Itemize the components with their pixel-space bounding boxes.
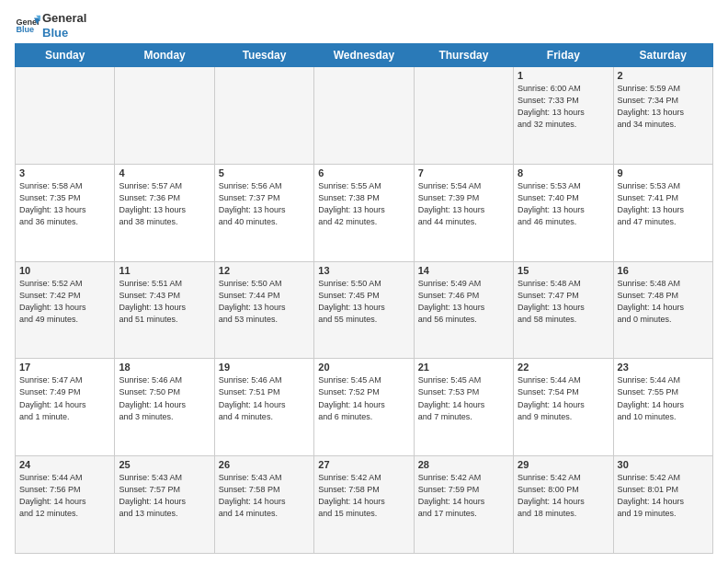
calendar-cell: 2Sunrise: 5:59 AM Sunset: 7:34 PM Daylig… bbox=[613, 67, 712, 165]
day-info-text: Sunrise: 5:48 AM Sunset: 7:47 PM Dayligh… bbox=[518, 278, 609, 326]
calendar-cell: 17Sunrise: 5:47 AM Sunset: 7:49 PM Dayli… bbox=[16, 359, 115, 456]
day-info-text: Sunrise: 5:56 AM Sunset: 7:37 PM Dayligh… bbox=[219, 180, 310, 228]
day-info-text: Sunrise: 5:48 AM Sunset: 7:48 PM Dayligh… bbox=[618, 278, 709, 326]
calendar-cell: 20Sunrise: 5:45 AM Sunset: 7:52 PM Dayli… bbox=[314, 359, 414, 456]
day-number: 9 bbox=[618, 167, 709, 178]
day-info-text: Sunrise: 5:58 AM Sunset: 7:35 PM Dayligh… bbox=[19, 180, 110, 228]
page: General Blue General Blue SundayMondayTu… bbox=[0, 0, 728, 563]
day-info-text: Sunrise: 5:43 AM Sunset: 7:57 PM Dayligh… bbox=[119, 472, 210, 520]
day-info-text: Sunrise: 5:57 AM Sunset: 7:36 PM Dayligh… bbox=[119, 180, 210, 228]
day-info-text: Sunrise: 5:46 AM Sunset: 7:50 PM Dayligh… bbox=[119, 374, 210, 422]
day-info-text: Sunrise: 5:47 AM Sunset: 7:49 PM Dayligh… bbox=[19, 374, 110, 422]
day-number: 1 bbox=[518, 70, 609, 81]
calendar-cell: 19Sunrise: 5:46 AM Sunset: 7:51 PM Dayli… bbox=[214, 359, 313, 456]
day-number: 15 bbox=[518, 265, 609, 276]
day-info-text: Sunrise: 5:50 AM Sunset: 7:45 PM Dayligh… bbox=[318, 278, 409, 326]
calendar-cell: 10Sunrise: 5:52 AM Sunset: 7:42 PM Dayli… bbox=[16, 261, 115, 359]
day-info-text: Sunrise: 5:59 AM Sunset: 7:34 PM Dayligh… bbox=[618, 83, 709, 131]
calendar-week-row: 24Sunrise: 5:44 AM Sunset: 7:56 PM Dayli… bbox=[16, 456, 713, 554]
calendar-cell: 30Sunrise: 5:42 AM Sunset: 8:01 PM Dayli… bbox=[613, 456, 712, 554]
day-number: 22 bbox=[518, 362, 609, 373]
day-number: 7 bbox=[418, 167, 509, 178]
day-info-text: Sunrise: 5:45 AM Sunset: 7:52 PM Dayligh… bbox=[318, 374, 409, 422]
calendar-week-row: 17Sunrise: 5:47 AM Sunset: 7:49 PM Dayli… bbox=[16, 359, 713, 456]
day-number: 11 bbox=[119, 265, 210, 276]
calendar-cell: 6Sunrise: 5:55 AM Sunset: 7:38 PM Daylig… bbox=[314, 164, 414, 261]
day-header-friday: Friday bbox=[514, 44, 613, 67]
day-header-tuesday: Tuesday bbox=[214, 44, 313, 67]
day-number: 2 bbox=[618, 70, 709, 81]
calendar-cell: 7Sunrise: 5:54 AM Sunset: 7:39 PM Daylig… bbox=[414, 164, 513, 261]
logo-icon: General Blue bbox=[15, 13, 40, 39]
day-info-text: Sunrise: 5:44 AM Sunset: 7:54 PM Dayligh… bbox=[518, 374, 609, 422]
calendar-cell: 26Sunrise: 5:43 AM Sunset: 7:58 PM Dayli… bbox=[214, 456, 313, 554]
day-number: 14 bbox=[418, 265, 509, 276]
day-number: 6 bbox=[318, 167, 409, 178]
calendar-cell bbox=[214, 67, 313, 165]
day-header-saturday: Saturday bbox=[613, 44, 712, 67]
day-number: 24 bbox=[19, 459, 110, 470]
day-number: 10 bbox=[19, 265, 110, 276]
calendar-cell: 23Sunrise: 5:44 AM Sunset: 7:55 PM Dayli… bbox=[613, 359, 712, 456]
day-info-text: Sunrise: 5:53 AM Sunset: 7:40 PM Dayligh… bbox=[518, 180, 609, 228]
calendar-week-row: 10Sunrise: 5:52 AM Sunset: 7:42 PM Dayli… bbox=[16, 261, 713, 359]
calendar-cell: 27Sunrise: 5:42 AM Sunset: 7:58 PM Dayli… bbox=[314, 456, 414, 554]
day-number: 12 bbox=[219, 265, 310, 276]
day-number: 5 bbox=[219, 167, 310, 178]
logo: General Blue General Blue bbox=[15, 11, 86, 40]
day-number: 18 bbox=[119, 362, 210, 373]
day-number: 17 bbox=[19, 362, 110, 373]
calendar-cell bbox=[115, 67, 214, 165]
day-header-sunday: Sunday bbox=[16, 44, 115, 67]
calendar-cell: 22Sunrise: 5:44 AM Sunset: 7:54 PM Dayli… bbox=[514, 359, 613, 456]
calendar-cell: 8Sunrise: 5:53 AM Sunset: 7:40 PM Daylig… bbox=[514, 164, 613, 261]
logo-text-general: General bbox=[42, 11, 86, 26]
calendar-cell: 4Sunrise: 5:57 AM Sunset: 7:36 PM Daylig… bbox=[115, 164, 214, 261]
calendar-header-row: SundayMondayTuesdayWednesdayThursdayFrid… bbox=[16, 44, 713, 67]
day-number: 20 bbox=[318, 362, 409, 373]
day-info-text: Sunrise: 5:42 AM Sunset: 8:00 PM Dayligh… bbox=[518, 472, 609, 520]
day-info-text: Sunrise: 5:45 AM Sunset: 7:53 PM Dayligh… bbox=[418, 374, 509, 422]
calendar-week-row: 3Sunrise: 5:58 AM Sunset: 7:35 PM Daylig… bbox=[16, 164, 713, 261]
day-header-wednesday: Wednesday bbox=[314, 44, 414, 67]
day-number: 25 bbox=[119, 459, 210, 470]
calendar-cell: 24Sunrise: 5:44 AM Sunset: 7:56 PM Dayli… bbox=[16, 456, 115, 554]
calendar-cell: 28Sunrise: 5:42 AM Sunset: 7:59 PM Dayli… bbox=[414, 456, 513, 554]
day-number: 27 bbox=[318, 459, 409, 470]
day-info-text: Sunrise: 5:46 AM Sunset: 7:51 PM Dayligh… bbox=[219, 374, 310, 422]
calendar-cell: 21Sunrise: 5:45 AM Sunset: 7:53 PM Dayli… bbox=[414, 359, 513, 456]
day-number: 28 bbox=[418, 459, 509, 470]
day-info-text: Sunrise: 5:49 AM Sunset: 7:46 PM Dayligh… bbox=[418, 278, 509, 326]
day-info-text: Sunrise: 5:50 AM Sunset: 7:44 PM Dayligh… bbox=[219, 278, 310, 326]
calendar-cell: 14Sunrise: 5:49 AM Sunset: 7:46 PM Dayli… bbox=[414, 261, 513, 359]
day-info-text: Sunrise: 5:43 AM Sunset: 7:58 PM Dayligh… bbox=[219, 472, 310, 520]
calendar-cell: 5Sunrise: 5:56 AM Sunset: 7:37 PM Daylig… bbox=[214, 164, 313, 261]
calendar-cell: 13Sunrise: 5:50 AM Sunset: 7:45 PM Dayli… bbox=[314, 261, 414, 359]
calendar-cell bbox=[414, 67, 513, 165]
day-number: 13 bbox=[318, 265, 409, 276]
calendar-cell: 12Sunrise: 5:50 AM Sunset: 7:44 PM Dayli… bbox=[214, 261, 313, 359]
header: General Blue General Blue bbox=[15, 11, 713, 40]
day-header-thursday: Thursday bbox=[414, 44, 513, 67]
calendar-cell: 29Sunrise: 5:42 AM Sunset: 8:00 PM Dayli… bbox=[514, 456, 613, 554]
svg-text:Blue: Blue bbox=[16, 25, 34, 34]
day-number: 3 bbox=[19, 167, 110, 178]
day-number: 4 bbox=[119, 167, 210, 178]
day-number: 16 bbox=[618, 265, 709, 276]
logo-text-blue: Blue bbox=[42, 26, 86, 40]
calendar-cell bbox=[314, 67, 414, 165]
day-number: 26 bbox=[219, 459, 310, 470]
calendar-week-row: 1Sunrise: 6:00 AM Sunset: 7:33 PM Daylig… bbox=[16, 67, 713, 165]
calendar-cell: 3Sunrise: 5:58 AM Sunset: 7:35 PM Daylig… bbox=[16, 164, 115, 261]
day-info-text: Sunrise: 5:42 AM Sunset: 8:01 PM Dayligh… bbox=[618, 472, 709, 520]
day-info-text: Sunrise: 5:44 AM Sunset: 7:56 PM Dayligh… bbox=[19, 472, 110, 520]
day-info-text: Sunrise: 5:42 AM Sunset: 7:58 PM Dayligh… bbox=[318, 472, 409, 520]
calendar-cell: 11Sunrise: 5:51 AM Sunset: 7:43 PM Dayli… bbox=[115, 261, 214, 359]
day-number: 8 bbox=[518, 167, 609, 178]
day-number: 29 bbox=[518, 459, 609, 470]
day-info-text: Sunrise: 5:42 AM Sunset: 7:59 PM Dayligh… bbox=[418, 472, 509, 520]
calendar-cell: 18Sunrise: 5:46 AM Sunset: 7:50 PM Dayli… bbox=[115, 359, 214, 456]
day-number: 30 bbox=[618, 459, 709, 470]
calendar-cell: 25Sunrise: 5:43 AM Sunset: 7:57 PM Dayli… bbox=[115, 456, 214, 554]
calendar-table: SundayMondayTuesdayWednesdayThursdayFrid… bbox=[15, 43, 713, 554]
